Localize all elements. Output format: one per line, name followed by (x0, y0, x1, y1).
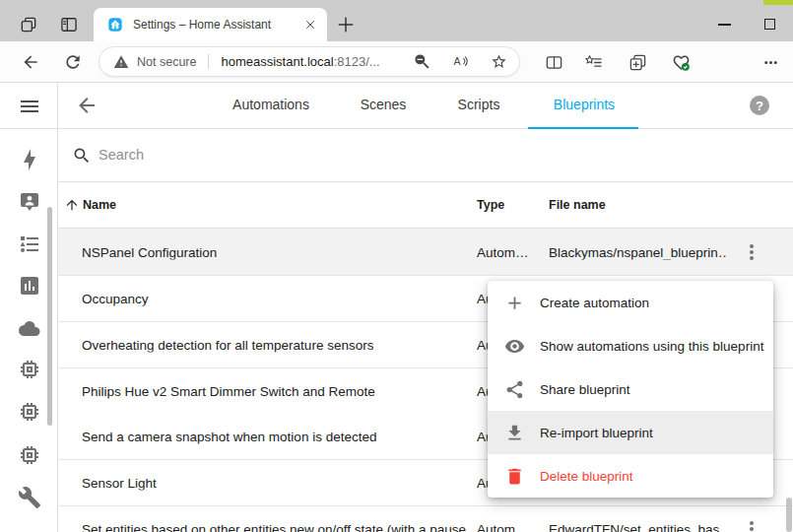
menu-item-reimport-blueprint[interactable]: Re-import blueprint (488, 411, 773, 454)
browser-essentials-icon[interactable] (672, 53, 692, 73)
browser-titlebar: Settings – Home Assistant (0, 0, 793, 41)
window-maximize-icon[interactable] (764, 19, 775, 30)
tab-automations[interactable]: Automations (232, 97, 309, 112)
menu-item-label: Delete blueprint (540, 469, 633, 484)
row-name: NSPanel Configuration (82, 244, 217, 259)
tab-title: Settings – Home Assistant (133, 18, 301, 32)
search-input[interactable] (99, 143, 690, 166)
wrench-icon (18, 486, 41, 509)
menu-item-create-automation[interactable]: Create automation (488, 281, 773, 324)
search-icon (72, 146, 92, 166)
sidebar-scrollbar[interactable] (47, 207, 52, 426)
page-scrollbar[interactable] (786, 498, 792, 532)
sidebar-item-energy[interactable] (18, 148, 41, 171)
favorite-star-icon[interactable] (491, 53, 507, 70)
sidebar-item-device-3[interactable] (18, 443, 41, 467)
table-row[interactable]: Set entities based on other entities new… (58, 506, 793, 532)
trash-icon (504, 466, 525, 487)
row-name: Occupancy (82, 292, 149, 306)
menu-item-label: Re-import blueprint (540, 426, 653, 440)
vertical-tabs-icon[interactable] (59, 15, 79, 34)
screen: Settings – Home Assistant Not secure hom… (0, 0, 793, 532)
eye-icon (504, 336, 525, 357)
tab-scripts[interactable]: Scripts (458, 97, 500, 112)
chip-icon (18, 443, 41, 467)
tab-groups-icon[interactable] (628, 53, 648, 73)
menu-item-label: Create automation (540, 296, 649, 310)
refresh-icon[interactable] (63, 52, 83, 72)
menu-item-share-blueprint[interactable]: Share blueprint (488, 367, 773, 411)
column-header-type[interactable]: Type (477, 198, 504, 212)
row-name: Set entities based on other entities new… (82, 522, 466, 532)
address-bar[interactable]: Not secure homeassistant.local:8123/... … (99, 46, 520, 77)
person-badge-icon (18, 190, 41, 214)
browser-toolbar: Not secure homeassistant.local:8123/... … (0, 41, 793, 83)
share-icon (504, 379, 525, 400)
url-host[interactable]: homeassistant.local (221, 54, 333, 69)
sort-ascending-icon[interactable] (64, 197, 80, 213)
column-header-name[interactable]: Name (83, 198, 116, 212)
menu-hamburger-icon[interactable] (18, 95, 41, 118)
settings-header: Automations Scenes Scripts Blueprints ? (58, 83, 793, 129)
row-name: Philips Hue v2 Smart Dimmer Switch and R… (82, 384, 375, 399)
search-bar (58, 129, 793, 182)
row-name: Sensor Light (82, 476, 157, 491)
new-tab-icon[interactable] (336, 15, 356, 34)
row-type: Autom… (477, 244, 529, 259)
split-screen-icon[interactable] (545, 53, 564, 73)
tab-scenes[interactable]: Scenes (361, 97, 407, 112)
back-icon[interactable] (21, 52, 40, 72)
tab-blueprints[interactable]: Blueprints (554, 97, 615, 112)
cloud-icon (18, 316, 41, 340)
sidebar (0, 83, 58, 532)
divider (208, 54, 209, 69)
row-name: Overheating detection for all temperatur… (82, 338, 373, 353)
blueprint-context-menu: Create automation Show automations using… (488, 281, 773, 498)
row-type: Autom… (477, 522, 529, 532)
menu-item-delete-blueprint[interactable]: Delete blueprint (488, 454, 773, 498)
menu-item-label: Show automations using this blueprint (540, 339, 763, 354)
row-overflow-menu-icon[interactable] (740, 517, 763, 532)
sidebar-item-person-badge[interactable] (18, 190, 41, 214)
home-assistant-favicon-icon (107, 17, 123, 33)
security-label[interactable]: Not secure (137, 55, 196, 69)
row-file: Blackymas/nspanel_blueprin… (549, 244, 726, 259)
lightning-bolt-icon (18, 148, 41, 171)
bulleted-list-icon (18, 233, 41, 256)
sidebar-item-tools[interactable] (18, 486, 41, 509)
svg-text:A: A (453, 55, 461, 67)
menu-item-label: Share blueprint (540, 382, 630, 397)
not-secure-warning-icon (113, 54, 129, 70)
tab-close-icon[interactable] (301, 16, 319, 33)
chart-box-icon (18, 274, 41, 298)
menu-item-show-automations[interactable]: Show automations using this blueprint (488, 324, 773, 367)
column-header-file[interactable]: File name (549, 198, 606, 212)
download-icon (504, 423, 525, 443)
browser-settings-more-icon[interactable] (761, 53, 781, 73)
sidebar-item-device-1[interactable] (18, 358, 41, 381)
sidebar-item-history[interactable] (18, 274, 41, 298)
row-overflow-menu-icon[interactable] (740, 240, 763, 264)
url-path[interactable]: :8123/... (334, 54, 380, 69)
help-icon[interactable]: ? (750, 96, 769, 115)
screen-edge-strip (763, 0, 793, 5)
read-aloud-icon[interactable]: A (452, 53, 469, 70)
browser-tab[interactable]: Settings – Home Assistant (94, 8, 327, 41)
zoom-out-icon[interactable] (414, 53, 430, 70)
table-row[interactable]: NSPanel Configuration Autom… Blackymas/n… (58, 229, 793, 276)
plus-icon (504, 293, 525, 313)
sidebar-item-device-2[interactable] (18, 400, 41, 424)
favorites-icon[interactable] (584, 53, 604, 73)
window-minimize-icon[interactable] (718, 24, 731, 26)
sidebar-item-cloud[interactable] (18, 316, 41, 340)
row-file: EdwardTFN/set_entities_bas… (549, 522, 726, 532)
chip-icon (18, 358, 41, 381)
sidebar-item-lists[interactable] (18, 233, 41, 256)
row-name: Send a camera snapshot when motion is de… (82, 430, 376, 444)
chip-icon (18, 400, 41, 424)
divider (0, 128, 58, 129)
back-arrow-icon[interactable] (75, 94, 99, 117)
table-header: Name Type File name (58, 182, 793, 229)
tab-actions-icon[interactable] (19, 15, 38, 34)
